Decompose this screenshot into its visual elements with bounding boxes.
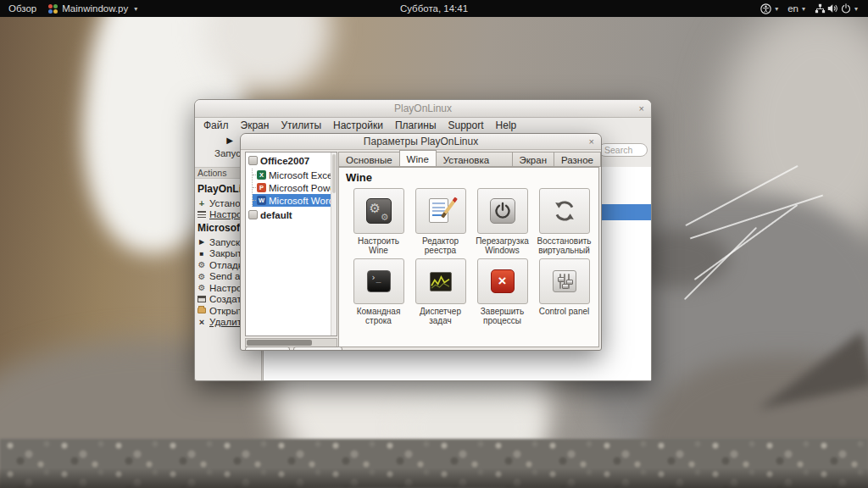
stop-icon: ■ [198, 249, 206, 258]
sidebar-item-label: Настро [209, 283, 242, 293]
list-icon [198, 211, 206, 218]
kill-processes-button[interactable]: × [477, 258, 528, 304]
restore-drive-button[interactable] [539, 188, 590, 234]
prefix-icon [248, 156, 258, 165]
control-panel-icon [553, 270, 576, 292]
menu-item-плагины[interactable]: Плагины [389, 119, 442, 131]
settings-dialog: Параметры PlayOnLinux × Office2007XMicro… [240, 133, 602, 351]
gear-icon: ⚙ [198, 261, 206, 269]
wine-action-label: Настроить Wine [348, 236, 409, 255]
app-icon [48, 4, 58, 14]
tree-vertical-scrollbar[interactable] [331, 152, 337, 336]
task-manager-icon [430, 272, 452, 291]
language-selector[interactable]: en ▾ [787, 3, 805, 14]
network-icon [815, 3, 826, 14]
gear-icon: ⚙ [198, 272, 206, 280]
excel-icon: X [257, 170, 266, 180]
wine-action: ×Завершить процессы [471, 258, 533, 325]
system-menu[interactable]: ▾ [815, 3, 858, 14]
menu-item-настройки[interactable]: Настройки [327, 119, 389, 131]
task-manager-button[interactable] [415, 258, 466, 304]
sidebar-item-label: Отладк [209, 260, 242, 270]
terminal-button[interactable]: ›_ [353, 258, 404, 304]
folder-icon [198, 308, 206, 313]
dialog-tabs: ОсновныеWineУстановка компонентовЭкранРа… [338, 151, 601, 167]
tree-item[interactable]: WMicrosoft Word 2 [253, 194, 337, 207]
tab-установка-компонентов[interactable]: Установка компонентов [437, 152, 512, 167]
wine-config-button[interactable]: ⚙⚙ [353, 188, 404, 234]
new-prefix-button[interactable]: Новый [245, 347, 290, 351]
window-icon [198, 296, 206, 302]
restore-drive-icon [552, 198, 577, 224]
tree-item[interactable]: PMicrosoft Powerp [253, 181, 337, 194]
registry-editor-button[interactable] [415, 188, 466, 234]
control-panel-button[interactable] [539, 258, 590, 304]
menu-item-утилиты[interactable]: Утилиты [275, 119, 327, 131]
tab-разное[interactable]: Разное [554, 152, 601, 167]
tree-item-label: Microsoft Word 2 [269, 196, 337, 206]
window-titlebar[interactable]: PlayOnLinux × [195, 100, 651, 118]
wine-action-label: Восстановить виртуальный [534, 236, 595, 255]
wine-action-label: Командная строка [348, 307, 409, 325]
wine-action: ⚙⚙Настроить Wine [348, 188, 409, 255]
reboot-windows-button[interactable] [477, 188, 528, 234]
wine-action-label: Редактор реестра [410, 236, 471, 255]
wine-action-label: Диспетчер задач [410, 307, 471, 325]
cross-icon: × [198, 318, 206, 326]
prefix-tree-panel: Office2007XMicrosoft Excel 2PMicrosoft P… [245, 152, 337, 336]
plus-icon: + [198, 199, 206, 208]
activities-button[interactable]: Обзор [8, 3, 36, 14]
wine-action: Редактор реестра [409, 188, 471, 255]
remove-prefix-button[interactable]: Удалить [293, 347, 342, 351]
sidebar-item-label: Запуск [209, 237, 240, 247]
search-input[interactable] [598, 143, 648, 157]
tree-item-label: Office2007 [260, 156, 309, 166]
play-icon: ▶ [198, 238, 206, 247]
volume-icon [827, 3, 839, 14]
terminal-icon: ›_ [367, 270, 391, 292]
accessibility-menu[interactable]: ▾ [760, 3, 778, 14]
registry-editor-icon [428, 197, 453, 225]
tree-item-label: Microsoft Excel 2 [269, 170, 337, 180]
tree-item[interactable]: Office2007 [246, 152, 337, 169]
wine-config-icon: ⚙⚙ [366, 198, 392, 224]
chevron-down-icon: ▾ [802, 5, 805, 13]
desktop: Обзор Mainwindow.py ▾ Суббота, 14:41 ▾ e… [0, 0, 868, 488]
tree-item-label: default [260, 210, 292, 220]
chevron-down-icon: ▾ [854, 5, 858, 13]
wine-action: Control panel [533, 258, 595, 325]
sidebar-item-label: Открыт [209, 306, 242, 316]
prefix-tree: Office2007XMicrosoft Excel 2PMicrosoft P… [246, 152, 337, 223]
wine-tab-panel: Wine ⚙⚙Настроить WineРедактор реестраПер… [338, 167, 599, 347]
tree-item[interactable]: XMicrosoft Excel 2 [253, 169, 337, 181]
dialog-title: Параметры PlayOnLinux [364, 136, 478, 147]
dialog-titlebar[interactable]: Параметры PlayOnLinux × [241, 134, 601, 150]
tab-основные[interactable]: Основные [338, 152, 399, 167]
close-icon[interactable]: × [589, 134, 594, 149]
sidebar-item-label: Send a [209, 271, 240, 281]
tree-item[interactable]: default [246, 207, 337, 223]
tab-экран[interactable]: Экран [512, 152, 554, 167]
tree-item-label: Microsoft Powerp [269, 183, 337, 193]
power-icon [841, 3, 851, 14]
accessibility-icon [760, 3, 771, 14]
reboot-windows-icon [490, 198, 515, 224]
prefix-icon [248, 210, 258, 219]
close-icon[interactable]: × [639, 100, 644, 117]
menu-item-файл[interactable]: Файл [198, 119, 235, 131]
wine-action-label: Control panel [534, 307, 595, 325]
menu-bar: ФайлЭкранУтилитыНастройкиПлагиныSupportH… [195, 118, 651, 133]
app-menu-label: Mainwindow.py [62, 3, 128, 14]
menu-item-help[interactable]: Help [490, 119, 523, 131]
powerpoint-icon: P [257, 183, 266, 192]
gear-icon: ⚙ [198, 284, 206, 292]
window-title: PlayOnLinux [394, 103, 452, 114]
panel-heading: Wine [346, 171, 372, 184]
app-menu[interactable]: Mainwindow.py ▾ [48, 3, 137, 14]
tab-wine[interactable]: Wine [399, 150, 437, 167]
menu-item-support[interactable]: Support [442, 119, 490, 131]
menu-item-экран[interactable]: Экран [235, 119, 275, 131]
top-bar: Обзор Mainwindow.py ▾ Суббота, 14:41 ▾ e… [0, 0, 868, 17]
wine-actions-grid: ⚙⚙Настроить WineРедактор реестраПерезагр… [348, 188, 595, 325]
wine-action: ›_Командная строка [348, 258, 409, 325]
